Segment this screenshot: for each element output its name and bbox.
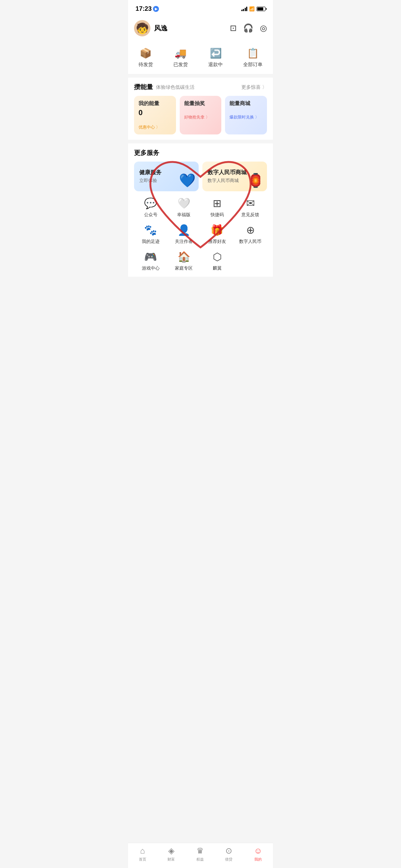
services-title: 更多服务: [134, 149, 267, 157]
order-item-all[interactable]: 📋 全部订单: [243, 48, 263, 68]
service-item-follow[interactable]: 👤 关注作者: [167, 224, 201, 245]
service-grid: 💬 公众号 🤍 幸福版 ⊞ 快捷码 ✉ 意见反馈 🐾 我的足迹 👤 关注作者: [134, 197, 267, 272]
service-banners: 健康服务 立即体验 💙 数字人民币商城 数字人民币商城 🏮: [134, 162, 267, 191]
header: 🧒 风逸 ⊡ 🎧 ◎: [128, 16, 273, 42]
all-orders-icon: 📋: [247, 48, 259, 59]
service-item-linyi[interactable]: ⬡ 麟翼: [200, 251, 234, 272]
status-bar: 17:23 ▶ 📶: [128, 0, 273, 16]
service-item-refer[interactable]: 🎁 推荐好友: [200, 224, 234, 245]
battery-icon: [257, 7, 265, 11]
service-item-wechat[interactable]: 💬 公众号: [134, 197, 167, 218]
avatar[interactable]: 🧒: [134, 20, 150, 36]
energy-cards: 我的能量 0 优惠中心 〉 能量抽奖 好物抢先拿 〉 能量商城 爆款限时兑换 〉: [134, 96, 267, 134]
digital-mall-icon: 🏮: [247, 173, 264, 188]
family-icon: 🏠: [177, 251, 190, 263]
feedback-icon: ✉: [246, 197, 255, 209]
shipped-icon: 🚚: [175, 48, 186, 59]
refer-icon: 🎁: [211, 224, 224, 236]
service-item-digital-currency[interactable]: ⊕ 数字人民币: [234, 224, 267, 245]
footprint-icon: 🐾: [144, 224, 157, 236]
wechat-label: 公众号: [144, 212, 157, 218]
footprint-label: 我的足迹: [142, 238, 160, 245]
service-item-qrcode[interactable]: ⊞ 快捷码: [200, 197, 234, 218]
service-item-feedback[interactable]: ✉ 意见反馈: [234, 197, 267, 218]
wechat-icon: 💬: [144, 197, 157, 209]
refer-label: 推荐好友: [208, 238, 226, 245]
status-icons: 📶: [241, 6, 266, 12]
service-item-footprint[interactable]: 🐾 我的足迹: [134, 224, 167, 245]
energy-title: 攒能量: [134, 83, 153, 91]
happiness-label: 幸福版: [177, 212, 190, 218]
energy-more-link[interactable]: 更多惊喜 〉: [241, 84, 267, 91]
energy-card-mine-value: 0: [138, 108, 172, 117]
family-label: 家庭专区: [175, 265, 193, 272]
health-service-banner[interactable]: 健康服务 立即体验 💙: [134, 162, 199, 191]
order-item-shipped[interactable]: 🚚 已发货: [173, 48, 188, 68]
pending-ship-label: 待发货: [138, 61, 153, 68]
signal-icon: [241, 7, 248, 11]
order-section: 📦 待发货 🚚 已发货 ↩️ 退款中 📋 全部订单: [128, 42, 273, 74]
energy-card-mall[interactable]: 能量商城 爆款限时兑换 〉: [225, 96, 267, 134]
energy-card-lottery[interactable]: 能量抽奖 好物抢先拿 〉: [180, 96, 222, 134]
qrcode-icon: ⊞: [213, 197, 221, 209]
linyi-label: 麟翼: [213, 265, 222, 272]
all-orders-label: 全部订单: [243, 61, 263, 68]
feedback-label: 意见反馈: [241, 212, 259, 218]
energy-section: 攒能量 体验绿色低碳生活 更多惊喜 〉 我的能量 0 优惠中心 〉 能量抽奖 好…: [128, 78, 273, 140]
linyi-icon: ⬡: [213, 251, 222, 263]
message-icon[interactable]: ⊡: [230, 23, 237, 33]
energy-card-mall-title: 能量商城: [229, 100, 263, 107]
status-time: 17:23 ▶: [136, 5, 159, 13]
happiness-icon: 🤍: [177, 197, 190, 209]
game-label: 游戏中心: [142, 265, 160, 272]
energy-card-mine-title: 我的能量: [138, 100, 172, 107]
energy-card-lottery-link[interactable]: 好物抢先拿 〉: [184, 114, 217, 120]
digital-currency-label: 数字人民币: [239, 238, 261, 245]
energy-header: 攒能量 体验绿色低碳生活 更多惊喜 〉: [134, 83, 267, 91]
username: 风逸: [154, 24, 230, 33]
scan-icon[interactable]: ◎: [260, 23, 267, 33]
order-grid: 📦 待发货 🚚 已发货 ↩️ 退款中 📋 全部订单: [128, 48, 273, 68]
pending-ship-icon: 📦: [140, 48, 151, 59]
game-icon: 🎮: [144, 251, 157, 263]
health-service-icon: 💙: [179, 173, 196, 188]
wifi-icon: 📶: [249, 6, 255, 12]
shipped-label: 已发货: [173, 61, 188, 68]
energy-card-mine[interactable]: 我的能量 0 优惠中心 〉: [134, 96, 176, 134]
energy-subtitle: 体验绿色低碳生活: [156, 84, 241, 91]
services-section: 更多服务 健康服务 立即体验 💙 数字人民币商城 数字人民币商城 🏮 💬 公众号: [128, 143, 273, 277]
service-item-family[interactable]: 🏠 家庭专区: [167, 251, 201, 272]
headset-icon[interactable]: 🎧: [243, 23, 253, 33]
energy-card-mall-link[interactable]: 爆款限时兑换 〉: [229, 114, 263, 120]
digital-currency-icon: ⊕: [246, 224, 255, 236]
follow-icon: 👤: [177, 224, 190, 236]
qrcode-label: 快捷码: [211, 212, 224, 218]
service-item-happiness[interactable]: 🤍 幸福版: [167, 197, 201, 218]
refund-label: 退款中: [208, 61, 223, 68]
follow-label: 关注作者: [175, 238, 193, 245]
service-item-game[interactable]: 🎮 游戏中心: [134, 251, 167, 272]
order-item-pending[interactable]: 📦 待发货: [138, 48, 153, 68]
refund-icon: ↩️: [210, 48, 222, 59]
energy-card-mine-link[interactable]: 优惠中心 〉: [138, 124, 172, 130]
order-item-refund[interactable]: ↩️ 退款中: [208, 48, 223, 68]
header-icons: ⊡ 🎧 ◎: [230, 23, 267, 33]
energy-card-lottery-title: 能量抽奖: [184, 100, 217, 107]
location-icon: ▶: [153, 6, 159, 12]
digital-mall-banner[interactable]: 数字人民币商城 数字人民币商城 🏮: [202, 162, 267, 191]
